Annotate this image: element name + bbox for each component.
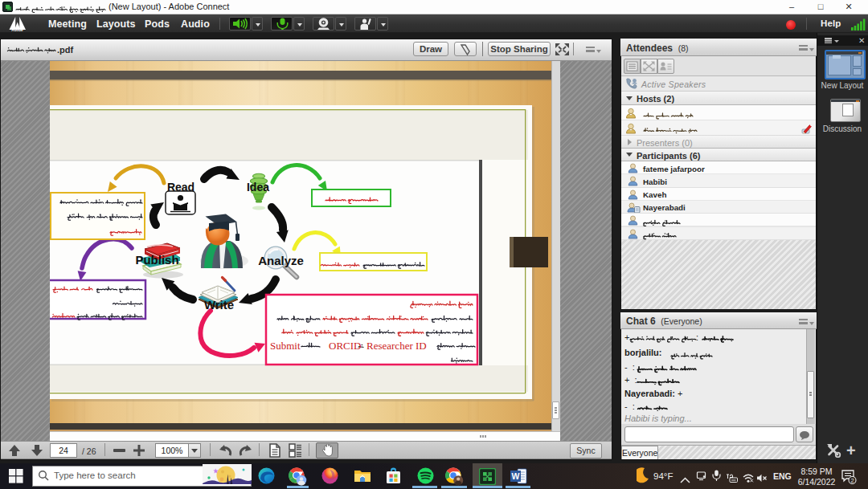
svg-text:2: 2: [850, 477, 854, 484]
svg-text:W: W: [512, 471, 520, 481]
svg-text:Adobe: Adobe: [11, 28, 23, 32]
